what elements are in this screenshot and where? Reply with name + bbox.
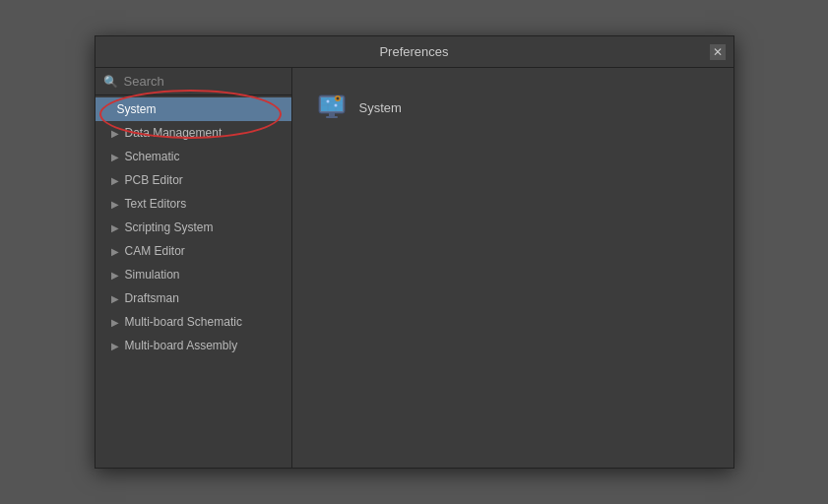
arrow-icon: ▶	[111, 222, 119, 233]
sidebar-item-cam-editor[interactable]: ▶ CAM Editor	[96, 239, 291, 263]
arrow-icon: ▶	[111, 246, 119, 257]
search-box[interactable]: 🔍	[96, 68, 291, 95]
sidebar-item-label: Data Management	[125, 126, 223, 140]
system-icon	[316, 92, 348, 123]
sidebar-item-label: PCB Editor	[125, 173, 183, 187]
arrow-icon: ▶	[111, 128, 119, 139]
sidebar-item-label: Simulation	[125, 268, 180, 282]
sidebar-item-scripting-system[interactable]: ▶ Scripting System	[96, 216, 291, 239]
arrow-icon: ▶	[111, 270, 119, 281]
sidebar-item-multi-board-assembly[interactable]: ▶ Multi-board Assembly	[96, 334, 291, 357]
main-panel: System	[292, 68, 733, 468]
close-button[interactable]: ✕	[710, 44, 726, 60]
sidebar-item-system[interactable]: System	[96, 97, 291, 121]
svg-rect-8	[329, 113, 335, 116]
window-title: Preferences	[379, 44, 448, 59]
arrow-icon: ▶	[111, 317, 119, 328]
svg-point-6	[326, 100, 329, 103]
system-item[interactable]: System	[308, 84, 718, 131]
sidebar-item-label: Schematic	[125, 150, 180, 163]
title-bar: Preferences ✕	[96, 36, 733, 68]
sidebar-item-label: Text Editors	[125, 197, 187, 211]
sidebar-item-label: Multi-board Schematic	[125, 315, 242, 329]
arrow-icon: ▶	[111, 293, 119, 304]
sidebar-item-label: System	[117, 102, 157, 116]
content-area: 🔍 System ▶ Data Management ▶ Schematic	[96, 68, 733, 468]
svg-rect-9	[326, 116, 338, 118]
arrow-icon: ▶	[111, 199, 119, 210]
sidebar-item-label: Multi-board Assembly	[125, 339, 238, 352]
search-icon: 🔍	[103, 75, 118, 89]
arrow-icon: ▶	[111, 341, 119, 351]
arrow-icon: ▶	[111, 152, 119, 162]
sidebar-item-simulation[interactable]: ▶ Simulation	[96, 263, 291, 286]
arrow-icon: ▶	[111, 175, 119, 186]
preferences-window: Preferences ✕ 🔍 System ▶ Data Management	[95, 35, 734, 469]
sidebar-item-schematic[interactable]: ▶ Schematic	[96, 145, 291, 168]
svg-point-7	[334, 104, 337, 107]
nav-list: System ▶ Data Management ▶ Schematic ▶ P…	[96, 95, 291, 359]
svg-point-11	[336, 97, 339, 100]
sidebar-item-multi-board-schematic[interactable]: ▶ Multi-board Schematic	[96, 310, 291, 334]
sidebar-item-text-editors[interactable]: ▶ Text Editors	[96, 192, 291, 216]
search-input[interactable]	[124, 74, 284, 89]
sidebar-item-pcb-editor[interactable]: ▶ PCB Editor	[96, 168, 291, 192]
sidebar-item-label: Draftsman	[125, 291, 179, 305]
sidebar-item-data-management[interactable]: ▶ Data Management	[96, 121, 291, 145]
system-item-label: System	[359, 100, 402, 115]
sidebar: 🔍 System ▶ Data Management ▶ Schematic	[96, 68, 292, 468]
sidebar-item-draftsman[interactable]: ▶ Draftsman	[96, 286, 291, 310]
sidebar-item-label: Scripting System	[125, 220, 214, 234]
sidebar-item-label: CAM Editor	[125, 244, 185, 258]
